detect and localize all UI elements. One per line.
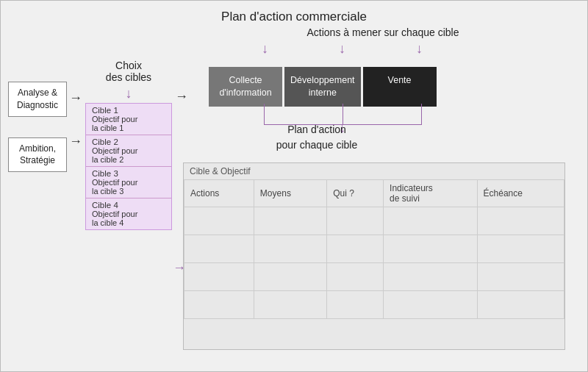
analyse-box: Analyse &Diagnostic [8, 82, 67, 117]
cell [184, 291, 254, 319]
cell [477, 235, 564, 263]
left-arrow-1: → [69, 90, 82, 106]
cell [384, 263, 477, 291]
arrow-collecte-down: ↓ [262, 41, 268, 57]
table-row [184, 207, 564, 235]
col-qui: Qui ? [327, 180, 384, 207]
cell [477, 207, 564, 235]
cible-row-3: Cible 3 Objectif pourla cible 3 [86, 167, 171, 198]
choix-label: Choixdes cibles [85, 60, 172, 83]
cible-3-title: Cible 3 [92, 169, 165, 178]
cible-4-title: Cible 4 [92, 201, 165, 210]
choix-arrow-down: ↓ [85, 86, 172, 101]
table-area: Cible & Objectif Actions Moyens Qui ? In… [183, 162, 565, 350]
arrow-vente-down: ↓ [416, 41, 423, 57]
cell [254, 207, 326, 235]
cible-2-title: Cible 2 [92, 137, 165, 146]
cible-1-title: Cible 1 [92, 106, 165, 115]
cible-3-obj: Objectif pourla cible 3 [92, 178, 165, 196]
cell [254, 263, 326, 291]
col-moyens: Moyens [254, 180, 326, 207]
action-box-dev: Développementinterne [284, 67, 361, 107]
choix-to-actions-arrow: → [175, 89, 188, 104]
action-box-collecte: Collected'information [209, 67, 282, 107]
col-actions: Actions [184, 180, 254, 207]
cible-2-obj: Objectif pourla cible 2 [92, 146, 165, 164]
line-down-1 [264, 104, 265, 124]
col-echeance: Échéance [477, 180, 564, 207]
cell [184, 235, 254, 263]
cible-row-2: Cible 2 Objectif pourla cible 2 [86, 135, 171, 167]
table-row [184, 291, 564, 319]
cell [327, 235, 384, 263]
action-boxes: Collected'information Développementinter… [209, 67, 437, 107]
cell [327, 263, 384, 291]
line-down-3 [421, 104, 422, 124]
cell [477, 263, 564, 291]
cell [327, 291, 384, 319]
cible-4-obj: Objectif pourla cible 4 [92, 210, 165, 227]
cell [384, 235, 477, 263]
ambition-box: Ambition,Stratégie [8, 137, 67, 173]
table-row [184, 235, 564, 263]
table-cible-label: Cible & Objectif [184, 163, 564, 179]
cell [477, 291, 564, 319]
actions-header: Actions à mener sur chaque cible [207, 26, 559, 38]
cell [384, 207, 477, 235]
arrow-dev-down: ↓ [339, 41, 345, 57]
page-title: Plan d'action commerciale [1, 1, 587, 24]
choix-area: Choixdes cibles ↓ Cible 1 Objectif pourl… [85, 60, 172, 230]
cible-row-1: Cible 1 Objectif pourla cible 1 [86, 104, 171, 135]
cell [254, 235, 326, 263]
cible-row-4: Cible 4 Objectif pourla cible 4 [86, 198, 171, 229]
cible-1-obj: Objectif pourla cible 1 [92, 115, 165, 132]
main-container: Plan d'action commerciale Actions à mene… [0, 0, 588, 372]
cell [184, 207, 254, 235]
left-inputs: Analyse &Diagnostic Ambition,Stratégie [8, 82, 67, 172]
table-row [184, 263, 564, 291]
action-table: Actions Moyens Qui ? Indicateursde suivi… [184, 179, 564, 319]
left-arrow-2: → [69, 134, 82, 149]
cell [184, 263, 254, 291]
cibles-list: Cible 1 Objectif pourla cible 1 Cible 2 … [85, 103, 172, 230]
cell [254, 291, 326, 319]
cell [384, 291, 477, 319]
cell [327, 207, 384, 235]
col-indicateurs: Indicateursde suivi [384, 180, 477, 207]
action-box-vente: Vente [363, 67, 437, 107]
plan-label: Plan d'actionpour chaque cible [243, 122, 390, 153]
